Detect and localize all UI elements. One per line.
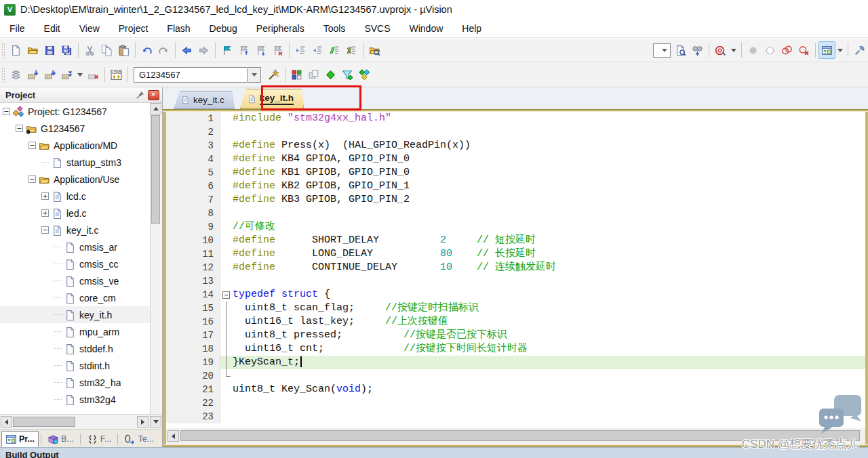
incremental-search-icon[interactable] (689, 41, 706, 59)
code-editor[interactable]: 1#include "stm32g4xx_hal.h"23#define Pre… (163, 112, 868, 428)
save-all-icon[interactable] (58, 41, 75, 59)
tree-item-key-it-c[interactable]: key_it.c (0, 222, 150, 238)
fold-margin[interactable] (220, 180, 233, 193)
tree-item-cmsis-ar[interactable]: cmsis_ar (0, 238, 150, 255)
panel-tab-b[interactable]: B... (43, 431, 78, 447)
code-line-11[interactable]: 11#define LONG_DELAY 80 // 长按延时 (166, 247, 865, 261)
fold-collapse-icon[interactable] (222, 291, 230, 299)
collapse-icon[interactable] (28, 142, 36, 149)
kill-all-breakpoints-icon[interactable] (795, 41, 812, 59)
toggle-bookmark-icon[interactable] (218, 41, 235, 59)
menu-file[interactable]: File (0, 20, 35, 37)
code-line-12[interactable]: 12#define CONTINUE_DELAY 10 // 连续触发延时 (166, 261, 865, 274)
find-in-files-icon[interactable] (366, 41, 383, 59)
unindent-icon[interactable] (309, 41, 326, 59)
fold-margin[interactable] (220, 301, 233, 315)
code-line-9[interactable]: 9//可修改 (166, 220, 865, 234)
fold-margin[interactable] (220, 356, 233, 369)
code-line-20[interactable]: 20 (166, 369, 865, 383)
manage-rte-icon[interactable] (322, 66, 339, 83)
disable-all-breakpoints-icon[interactable] (778, 41, 795, 59)
tree-item-cmsis-cc[interactable]: cmsis_cc (0, 255, 150, 272)
menu-window[interactable]: Window (400, 20, 453, 37)
clear-bookmarks-icon[interactable] (269, 41, 286, 59)
menu-svcs[interactable]: SVCS (355, 20, 399, 37)
menu-edit[interactable]: Edit (35, 20, 70, 37)
configuration-wrench-icon[interactable] (851, 41, 868, 59)
dropdown-arrow-icon[interactable] (75, 66, 85, 83)
code-line-14[interactable]: 14typedef struct { (166, 288, 865, 301)
tree-item-stm32g4[interactable]: stm32g4 (0, 391, 150, 408)
fold-margin[interactable] (220, 383, 233, 396)
menu-help[interactable]: Help (452, 20, 491, 37)
rebuild-icon[interactable] (41, 66, 58, 83)
fold-margin[interactable] (220, 247, 233, 261)
redo-icon[interactable] (155, 41, 172, 59)
select-packs-icon[interactable] (339, 66, 356, 83)
tree-item-lcd-c[interactable]: lcd.c (0, 188, 150, 205)
fold-margin[interactable] (220, 396, 233, 410)
tree-item-startup-stm3[interactable]: startup_stm3 (0, 154, 150, 171)
fold-margin[interactable] (220, 139, 233, 152)
code-line-22[interactable]: 22 (166, 396, 865, 410)
tree-item-core-cm[interactable]: core_cm (0, 289, 150, 306)
fold-margin[interactable] (220, 207, 233, 220)
tab-key_it.c[interactable]: key_it.c (174, 91, 235, 109)
menu-flash[interactable]: Flash (157, 20, 199, 37)
scroll-right-button[interactable] (137, 416, 149, 428)
dropdown-arrow-icon[interactable] (729, 41, 738, 59)
fold-margin[interactable] (220, 234, 233, 247)
project-tree-vertical-scrollbar[interactable] (150, 103, 161, 414)
nav-forward-icon[interactable] (195, 41, 212, 59)
toolbar-grip[interactable] (1, 43, 5, 58)
fold-margin[interactable] (220, 152, 233, 166)
fold-margin[interactable] (220, 315, 233, 329)
uncomment-selection-icon[interactable] (343, 41, 360, 59)
fold-margin[interactable] (220, 288, 233, 301)
close-panel-button[interactable] (148, 90, 159, 100)
code-line-1[interactable]: 1#include "stm32g4xx_hal.h" (166, 112, 865, 125)
code-line-17[interactable]: 17 uint8_t pressed; //按键是否已按下标识 (166, 329, 865, 342)
tree-item-g1234567[interactable]: G1234567 (0, 120, 150, 137)
file-extensions-icon[interactable] (305, 66, 322, 83)
fold-margin[interactable] (220, 410, 233, 423)
toggle-breakpoint-icon[interactable] (745, 41, 762, 59)
vertical-scroll-thumb[interactable] (151, 115, 160, 224)
pack-installer-icon[interactable] (356, 66, 373, 83)
code-line-10[interactable]: 10#define SHORT_DELAY 2 // 短按延时 (166, 234, 865, 247)
toolbar-grip[interactable] (1, 67, 5, 82)
fold-margin[interactable] (220, 220, 233, 234)
menu-debug[interactable]: Debug (200, 20, 247, 37)
cut-icon[interactable] (81, 41, 98, 59)
find-at-icon[interactable] (712, 41, 729, 59)
fold-margin[interactable] (220, 329, 233, 342)
panel-tab-pr[interactable]: Pr... (1, 431, 39, 447)
fold-margin[interactable] (220, 369, 233, 383)
collapse-icon[interactable] (28, 175, 36, 183)
code-line-16[interactable]: 16 uint16_t last_key; //上次按键值 (166, 315, 865, 329)
target-select[interactable]: G1234567 (134, 67, 248, 83)
scroll-down-button[interactable] (150, 416, 161, 428)
prev-bookmark-icon[interactable] (235, 41, 252, 59)
tree-item-application-use[interactable]: Application/Use (0, 171, 150, 188)
fold-margin[interactable] (220, 125, 233, 139)
copy-icon[interactable] (98, 41, 115, 59)
tree-item-key-it-h[interactable]: key_it.h (0, 306, 150, 323)
enable-breakpoint-icon[interactable] (762, 41, 778, 59)
paste-icon[interactable] (115, 41, 132, 59)
expand-icon[interactable] (41, 209, 49, 217)
fold-margin[interactable] (220, 261, 233, 274)
code-line-4[interactable]: 4#define KB4 GPIOA, GPIO_PIN_0 (166, 152, 865, 166)
pin-icon[interactable] (134, 89, 146, 100)
panel-tab-f[interactable]: F... (83, 431, 116, 447)
menu-tools[interactable]: Tools (314, 20, 355, 37)
code-line-7[interactable]: 7#define KB3 GPIOB, GPIO_PIN_2 (166, 193, 865, 207)
code-line-6[interactable]: 6#define KB2 GPIOB, GPIO_PIN_1 (166, 180, 865, 193)
tree-item-stdint-h[interactable]: stdint.h (0, 357, 150, 374)
collapse-icon[interactable] (41, 226, 49, 234)
editor-scroll-left-button[interactable] (167, 430, 179, 442)
undo-icon[interactable] (138, 41, 155, 59)
new-file-icon[interactable] (7, 41, 24, 59)
translate-icon[interactable] (7, 66, 24, 83)
collapse-icon[interactable] (3, 108, 10, 115)
